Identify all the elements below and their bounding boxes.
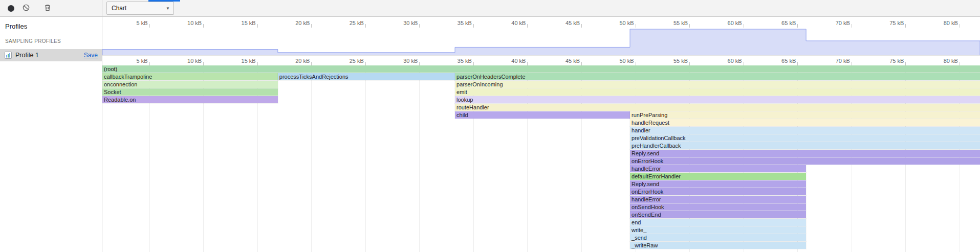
tick-label: 40 kB: [511, 20, 526, 26]
flame-frame[interactable]: handleError: [630, 165, 806, 172]
flame-frame[interactable]: emit: [455, 88, 980, 96]
flame-frame[interactable]: preHandlerCallback: [630, 142, 980, 149]
tick-label: 15 kB: [242, 20, 256, 26]
flame-frame-label: preValidationCallback: [630, 134, 980, 142]
flame-frame-label: child: [455, 111, 630, 119]
tick-label: 70 kB: [836, 20, 850, 26]
flame-frame[interactable]: onconnection: [102, 81, 278, 88]
flame-frame[interactable]: routeHandler: [455, 104, 980, 111]
tick-label: 45 kB: [565, 58, 580, 64]
flame-frame-label: runPreParsing: [630, 111, 980, 119]
tick-label: 10 kB: [187, 20, 202, 26]
save-link[interactable]: Save: [84, 52, 98, 59]
tick-mark: [419, 24, 420, 28]
tick-mark: [689, 62, 690, 65]
tick-label: 65 kB: [781, 58, 796, 64]
tick-mark: [149, 24, 150, 28]
tick-label: 60 kB: [728, 20, 742, 26]
delete-profile-button[interactable]: [41, 2, 54, 15]
flame-frame[interactable]: parserOnHeadersComplete: [455, 73, 980, 80]
flame-frame-label: routeHandler: [455, 104, 980, 111]
flame-frame[interactable]: child: [455, 111, 630, 119]
tick-mark: [581, 24, 582, 28]
tick-label: 25 kB: [350, 20, 364, 26]
flame-frame[interactable]: onSendEnd: [630, 211, 806, 218]
flame-frame[interactable]: lookup: [455, 96, 980, 103]
flame-frame[interactable]: _writeRaw: [630, 242, 806, 249]
flame-frame[interactable]: (root): [102, 65, 980, 73]
flame-frame[interactable]: processTicksAndRejections: [278, 73, 455, 80]
flame-frame[interactable]: handleError: [630, 196, 806, 203]
tick-mark: [689, 24, 690, 28]
flamechart-main: 5 kB10 kB15 kB20 kB25 kB30 kB35 kB40 kB4…: [102, 17, 980, 252]
tick-mark: [203, 24, 204, 28]
chevron-down-icon: ▼: [166, 6, 170, 11]
flame-frame-label: Readable.on: [102, 96, 278, 103]
gridline: [365, 65, 366, 252]
view-mode-select[interactable]: Chart ▼: [106, 2, 174, 15]
flame-frame-label: emit: [455, 88, 980, 96]
flame-frame-label: handleError: [630, 165, 806, 172]
record-button[interactable]: [4, 2, 17, 15]
tick-mark: [905, 24, 906, 28]
tick-mark: [203, 62, 204, 65]
flame-frame-label: onconnection: [102, 81, 278, 88]
flame-frame[interactable]: Socket: [102, 88, 278, 96]
tick-mark: [852, 62, 852, 65]
profile-icon: [4, 51, 12, 59]
tick-mark: [744, 24, 744, 28]
flame-frame[interactable]: Reply.send: [630, 180, 806, 188]
tick-label: 50 kB: [619, 58, 634, 64]
tick-mark: [636, 62, 636, 65]
flame-frame[interactable]: handler: [630, 127, 980, 134]
tick-mark: [257, 24, 258, 28]
tick-label: 75 kB: [889, 58, 904, 64]
flame-frame[interactable]: defaultErrorHandler: [630, 173, 806, 180]
flame-chart[interactable]: (root)callbackTrampolineprocessTicksAndR…: [102, 65, 980, 252]
flame-frame[interactable]: _send: [630, 234, 806, 241]
ruler-top: 5 kB10 kB15 kB20 kB25 kB30 kB35 kB40 kB4…: [102, 17, 980, 28]
flame-frame[interactable]: Reply.send: [630, 150, 980, 157]
flame-frame-label: write_: [630, 226, 806, 234]
flame-frame[interactable]: onErrorHook: [630, 157, 980, 165]
flame-frame-label: parserOnIncoming: [455, 81, 980, 88]
tick-mark: [311, 24, 312, 28]
flame-frame[interactable]: parserOnIncoming: [455, 81, 980, 88]
flame-frame[interactable]: callbackTrampoline: [102, 73, 278, 80]
tick-label: 15 kB: [242, 58, 256, 64]
clear-button[interactable]: [19, 2, 33, 15]
flame-frame[interactable]: onSendHook: [630, 203, 806, 211]
flame-frame[interactable]: onErrorHook: [630, 188, 806, 195]
tick-label: 65 kB: [781, 20, 796, 26]
tick-mark: [311, 62, 312, 65]
flame-frame[interactable]: end: [630, 219, 806, 226]
flame-frame-label: _send: [630, 234, 806, 241]
tick-label: 5 kB: [137, 58, 148, 64]
profile-item[interactable]: Profile 1 Save: [0, 49, 102, 61]
flame-frame[interactable]: handleRequest: [630, 119, 980, 126]
tick-label: 25 kB: [350, 58, 364, 64]
tick-mark: [527, 24, 528, 28]
flame-frame[interactable]: Readable.on: [102, 96, 278, 103]
flame-frame[interactable]: runPreParsing: [630, 111, 980, 119]
profiler-panel: Chart ▼ Profiles SAMPLING PROFILES Profi…: [0, 0, 980, 252]
flame-frame-label: handler: [630, 127, 980, 134]
flame-frame-label: callbackTrampoline: [102, 73, 278, 80]
overview-pane[interactable]: [102, 28, 980, 56]
tick-mark: [257, 62, 258, 65]
tick-mark: [744, 62, 744, 65]
tick-mark: [365, 62, 366, 65]
flame-frame-label: preHandlerCallback: [630, 142, 980, 149]
overview-area-chart: [102, 28, 980, 55]
tick-label: 75 kB: [889, 20, 904, 26]
record-icon: [8, 5, 14, 12]
tick-label: 35 kB: [458, 20, 472, 26]
tick-label: 80 kB: [944, 58, 958, 64]
flame-frame-label: parserOnHeadersComplete: [455, 73, 980, 80]
tick-label: 30 kB: [403, 20, 418, 26]
flame-frame-label: lookup: [455, 96, 980, 103]
flame-frame[interactable]: write_: [630, 226, 806, 234]
tick-mark: [960, 24, 960, 28]
flame-frame[interactable]: preValidationCallback: [630, 134, 980, 142]
flame-frame-label: _writeRaw: [630, 242, 806, 249]
